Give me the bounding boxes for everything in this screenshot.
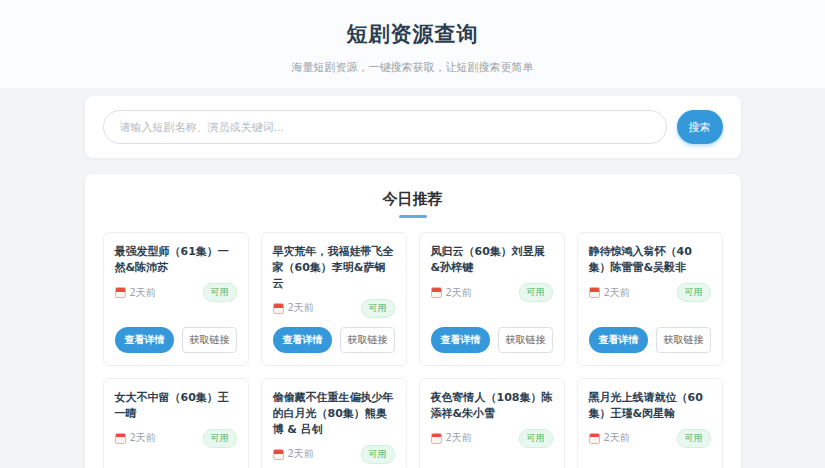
drama-card: 夜色寄情人（108集）陈添祥&朱小雪 2天前 可用 查看详情 获取链接	[419, 378, 565, 468]
drama-card: 旱灾荒年，我福娃带飞全家（60集）李明&萨钢云 2天前 可用 查看详情 获取链接	[261, 232, 407, 366]
status-badge: 可用	[203, 283, 237, 302]
drama-title: 夜色寄情人（108集）陈添祥&朱小雪	[431, 390, 553, 422]
time-wrap: 2天前	[589, 286, 630, 300]
card-buttons: 查看详情 获取链接	[589, 327, 711, 353]
recommendations-heading: 今日推荐	[103, 190, 723, 209]
drama-title: 黑月光上线请就位（60集）王瑾&闵星翰	[589, 390, 711, 422]
calendar-icon	[115, 433, 126, 444]
calendar-icon	[589, 287, 600, 298]
drama-title: 静待惊鸿入翁怀（40集）陈雷雷&吴毅非	[589, 244, 711, 276]
time-wrap: 2天前	[115, 431, 156, 445]
time-wrap: 2天前	[431, 286, 472, 300]
drama-card: 女大不中留（60集）王一晴 2天前 可用 查看详情 获取链接	[103, 378, 249, 468]
calendar-icon	[273, 449, 284, 460]
cards-grid: 最强发型师（61集）一然&陈沛苏 2天前 可用 查看详情 获取链接 旱灾荒年，我…	[103, 232, 723, 468]
drama-title: 最强发型师（61集）一然&陈沛苏	[115, 244, 237, 276]
get-link-button[interactable]: 获取链接	[340, 327, 394, 353]
search-bar: 搜索	[85, 96, 741, 158]
card-time: 2天前	[604, 286, 630, 300]
search-button[interactable]: 搜索	[677, 110, 723, 144]
card-meta-row: 2天前 可用	[273, 445, 395, 464]
drama-title: 偷偷藏不住重生偏执少年的白月光（80集）熊奥博 & 吕钊	[273, 390, 395, 438]
card-time: 2天前	[288, 301, 314, 315]
status-badge: 可用	[361, 445, 395, 464]
drama-card: 黑月光上线请就位（60集）王瑾&闵星翰 2天前 可用 查看详情 获取链接	[577, 378, 723, 468]
card-time: 2天前	[446, 431, 472, 445]
drama-title: 旱灾荒年，我福娃带飞全家（60集）李明&萨钢云	[273, 244, 395, 292]
heading-underline	[399, 215, 427, 218]
status-badge: 可用	[519, 283, 553, 302]
card-buttons: 查看详情 获取链接	[431, 327, 553, 353]
time-wrap: 2天前	[115, 286, 156, 300]
card-meta-row: 2天前 可用	[115, 283, 237, 302]
card-meta-row: 2天前 可用	[115, 429, 237, 448]
view-detail-button[interactable]: 查看详情	[589, 327, 649, 353]
card-time: 2天前	[604, 431, 630, 445]
drama-title: 凤归云（60集）刘昱展&孙梓键	[431, 244, 553, 276]
get-link-button[interactable]: 获取链接	[182, 327, 236, 353]
card-time: 2天前	[130, 431, 156, 445]
page-subtitle: 海量短剧资源，一键搜索获取，让短剧搜索更简单	[0, 60, 825, 75]
time-wrap: 2天前	[589, 431, 630, 445]
view-detail-button[interactable]: 查看详情	[115, 327, 175, 353]
card-buttons: 查看详情 获取链接	[115, 327, 237, 353]
drama-card: 最强发型师（61集）一然&陈沛苏 2天前 可用 查看详情 获取链接	[103, 232, 249, 366]
status-badge: 可用	[677, 283, 711, 302]
view-detail-button[interactable]: 查看详情	[431, 327, 491, 353]
card-meta-row: 2天前 可用	[431, 429, 553, 448]
card-time: 2天前	[446, 286, 472, 300]
view-detail-button[interactable]: 查看详情	[273, 327, 333, 353]
search-input[interactable]	[103, 110, 667, 144]
status-badge: 可用	[677, 429, 711, 448]
calendar-icon	[273, 303, 284, 314]
drama-card: 凤归云（60集）刘昱展&孙梓键 2天前 可用 查看详情 获取链接	[419, 232, 565, 366]
status-badge: 可用	[519, 429, 553, 448]
get-link-button[interactable]: 获取链接	[498, 327, 552, 353]
card-meta-row: 2天前 可用	[589, 429, 711, 448]
card-meta-row: 2天前 可用	[589, 283, 711, 302]
drama-title: 女大不中留（60集）王一晴	[115, 390, 237, 422]
get-link-button[interactable]: 获取链接	[656, 327, 710, 353]
calendar-icon	[431, 287, 442, 298]
time-wrap: 2天前	[273, 447, 314, 461]
drama-card: 偷偷藏不住重生偏执少年的白月光（80集）熊奥博 & 吕钊 2天前 可用 查看详情…	[261, 378, 407, 468]
recommendations-panel: 今日推荐 最强发型师（61集）一然&陈沛苏 2天前 可用 查看详情 获取链接 旱…	[85, 174, 741, 468]
hero-section: 短剧资源查询 海量短剧资源，一键搜索获取，让短剧搜索更简单	[0, 0, 825, 88]
page-title: 短剧资源查询	[0, 20, 825, 48]
calendar-icon	[115, 287, 126, 298]
drama-card: 静待惊鸿入翁怀（40集）陈雷雷&吴毅非 2天前 可用 查看详情 获取链接	[577, 232, 723, 366]
card-time: 2天前	[130, 286, 156, 300]
status-badge: 可用	[361, 299, 395, 318]
calendar-icon	[589, 433, 600, 444]
calendar-icon	[431, 433, 442, 444]
card-meta-row: 2天前 可用	[431, 283, 553, 302]
time-wrap: 2天前	[431, 431, 472, 445]
main-container: 搜索 今日推荐 最强发型师（61集）一然&陈沛苏 2天前 可用 查看详情 获取链…	[85, 96, 741, 468]
status-badge: 可用	[203, 429, 237, 448]
card-buttons: 查看详情 获取链接	[273, 327, 395, 353]
time-wrap: 2天前	[273, 301, 314, 315]
card-meta-row: 2天前 可用	[273, 299, 395, 318]
card-time: 2天前	[288, 447, 314, 461]
